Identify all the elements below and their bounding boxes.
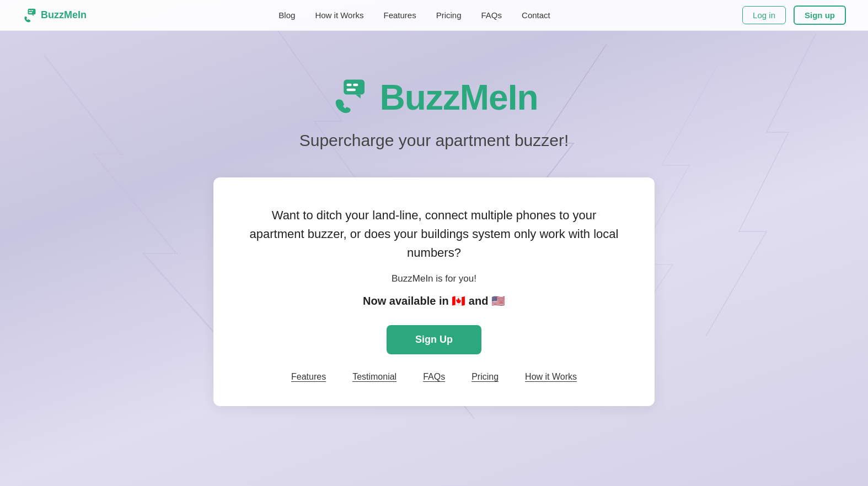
card-link-features[interactable]: Features <box>291 372 326 382</box>
card-link-testimonial[interactable]: Testimonial <box>352 372 397 382</box>
svg-rect-1 <box>29 10 31 11</box>
hero-section: BuzzMeIn Supercharge your apartment buzz… <box>0 0 868 486</box>
hero-content: BuzzMeIn Supercharge your apartment buzz… <box>0 44 868 406</box>
card-link-faqs[interactable]: FAQs <box>423 372 445 382</box>
navbar-links: Blog How it Works Features Pricing FAQs … <box>278 10 550 20</box>
card-tagline: BuzzMeIn is for you! <box>247 273 621 284</box>
svg-rect-8 <box>347 89 356 91</box>
nav-features[interactable]: Features <box>383 10 416 20</box>
card-description: Want to ditch your land-line, connect mu… <box>247 206 621 262</box>
nav-faqs[interactable]: FAQs <box>481 10 502 20</box>
brand-name: BuzzMeIn <box>41 9 87 21</box>
brand-logo[interactable]: BuzzMeIn <box>22 8 87 23</box>
nav-blog[interactable]: Blog <box>278 10 295 20</box>
hero-title: BuzzMeIn <box>379 77 538 118</box>
nav-contact[interactable]: Contact <box>522 10 550 20</box>
hero-logo-icon <box>330 78 369 117</box>
card-links: Features Testimonial FAQs Pricing How it… <box>247 372 621 382</box>
hero-card: Want to ditch your land-line, connect mu… <box>213 177 655 406</box>
svg-rect-0 <box>28 8 36 14</box>
svg-marker-4 <box>32 14 34 16</box>
hero-logo-area: BuzzMeIn <box>330 77 538 118</box>
login-button[interactable]: Log in <box>742 6 786 24</box>
svg-rect-5 <box>344 80 365 95</box>
navbar: BuzzMeIn Blog How it Works Features Pric… <box>0 0 868 31</box>
svg-rect-3 <box>29 12 32 13</box>
card-link-pricing[interactable]: Pricing <box>471 372 499 382</box>
signup-nav-button[interactable]: Sign up <box>794 6 846 25</box>
hero-subtitle: Supercharge your apartment buzzer! <box>299 131 569 150</box>
svg-rect-7 <box>353 84 358 87</box>
signup-card-button[interactable]: Sign Up <box>387 325 481 354</box>
svg-rect-2 <box>31 10 34 11</box>
navbar-actions: Log in Sign up <box>742 6 846 25</box>
brand-icon <box>22 8 37 23</box>
svg-rect-6 <box>347 84 352 87</box>
card-availability: Now available in 🇨🇦 and 🇺🇸 <box>247 294 621 307</box>
nav-pricing[interactable]: Pricing <box>436 10 462 20</box>
nav-how-it-works[interactable]: How it Works <box>315 10 363 20</box>
svg-marker-9 <box>356 95 361 99</box>
card-link-how-it-works[interactable]: How it Works <box>525 372 577 382</box>
